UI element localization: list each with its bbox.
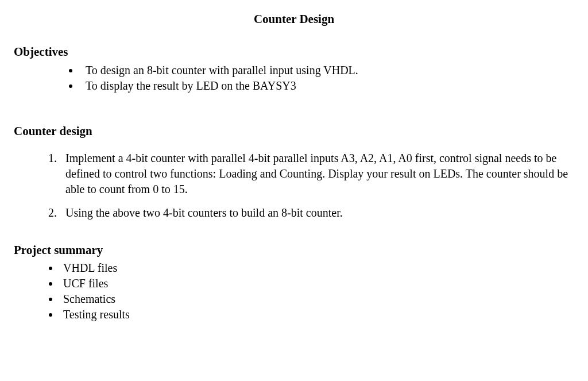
list-item: Using the above two 4-bit counters to bu… <box>60 205 574 221</box>
list-item: Implement a 4-bit counter with parallel … <box>60 151 574 197</box>
list-item: UCF files <box>60 276 574 291</box>
list-item: To display the result by LED on the BAYS… <box>80 78 574 94</box>
project-summary-list: VHDL files UCF files Schematics Testing … <box>14 260 574 322</box>
objectives-list: To design an 8-bit counter with parallel… <box>14 63 574 94</box>
objectives-heading: Objectives <box>14 44 574 60</box>
counter-design-heading: Counter design <box>14 124 574 139</box>
list-item: VHDL files <box>60 260 574 276</box>
list-item: To design an 8-bit counter with parallel… <box>80 63 574 78</box>
project-summary-heading: Project summary <box>14 243 574 258</box>
counter-design-list: Implement a 4-bit counter with parallel … <box>14 151 574 221</box>
list-item: Schematics <box>60 291 574 307</box>
list-item: Testing results <box>60 307 574 322</box>
document-title: Counter Design <box>14 11 574 27</box>
